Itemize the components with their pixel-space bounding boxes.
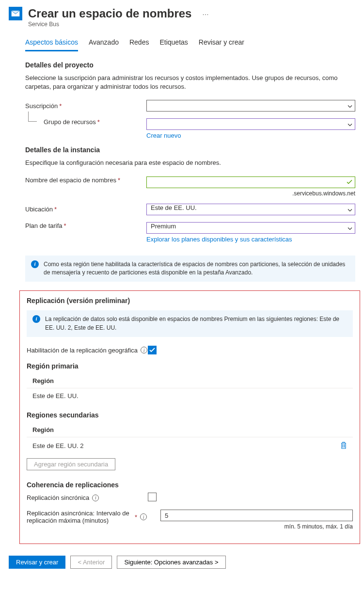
sync-replication-label: Replicación sincrónica i — [27, 494, 148, 501]
partitions-info-box: i Como esta región tiene habilitada la c… — [25, 256, 355, 282]
replication-panel: Replicación (versión preliminar) i La re… — [19, 290, 360, 544]
explore-plans-link[interactable]: Explorar los planes disponibles y sus ca… — [146, 236, 292, 243]
resource-group-label: Grupo de recursos* — [25, 118, 146, 126]
primary-region-title: Región primaria — [27, 362, 353, 370]
secondary-regions-title: Regiones secundarias — [27, 411, 353, 419]
secondary-region-row: Este de EE. UU. 2 — [27, 437, 353, 454]
delete-icon[interactable] — [340, 441, 347, 450]
enable-geo-replication-label: Habilitación de la replicación geográfic… — [27, 347, 148, 354]
project-details-desc: Seleccione la suscripción para administr… — [25, 74, 355, 91]
pricing-label: Plan de tarifa* — [25, 222, 146, 229]
next-button[interactable]: Siguiente: Opciones avanzadas > — [117, 556, 225, 569]
pricing-select[interactable]: Premium — [146, 222, 355, 234]
tab-advanced[interactable]: Avanzado — [89, 38, 119, 51]
info-icon: i — [32, 315, 40, 323]
tab-review[interactable]: Revisar y crear — [199, 38, 244, 51]
secondary-region-value: Este de EE. UU. 2 — [32, 442, 84, 449]
page-title: Crear un espacio de nombres — [28, 7, 191, 20]
tab-networks[interactable]: Redes — [129, 38, 149, 51]
async-replication-label: Replicación asincrónica: Intervalo de re… — [27, 510, 160, 524]
secondary-region-header: Región — [27, 423, 353, 437]
subscription-select[interactable] — [146, 100, 355, 112]
async-interval-input[interactable] — [160, 510, 353, 521]
project-details-title: Detalles del proyecto — [25, 61, 355, 69]
namespace-input[interactable] — [146, 176, 355, 188]
namespace-suffix: .servicebus.windows.net — [146, 190, 355, 197]
namespace-label: Nombre del espacio de nombres* — [25, 176, 146, 184]
resource-group-select[interactable] — [146, 118, 355, 130]
primary-region-row: Este de EE. UU. — [27, 388, 353, 403]
tooltip-icon[interactable]: i — [141, 347, 147, 353]
location-select[interactable]: Este de EE. UU. — [146, 204, 355, 215]
tab-bar: Aspectos básicos Avanzado Redes Etiqueta… — [0, 28, 364, 51]
tab-tags[interactable]: Etiquetas — [159, 38, 188, 51]
async-hint: mín. 5 minutos, máx. 1 día — [160, 523, 353, 530]
replication-info-box: i La replicación de datos solo está disp… — [27, 310, 353, 337]
subscription-label: Suscripción* — [25, 102, 146, 110]
previous-button[interactable]: < Anterior — [70, 556, 112, 569]
partitions-info-text: Como esta región tiene habilitada la car… — [44, 260, 349, 277]
info-icon: i — [31, 260, 39, 268]
enable-geo-replication-checkbox[interactable] — [148, 346, 157, 354]
location-label: Ubicación* — [25, 206, 146, 213]
create-new-link[interactable]: Crear nuevo — [146, 132, 181, 139]
instance-details-title: Detalles de la instancia — [25, 146, 355, 154]
instance-details-desc: Especifique la configuración necesaria p… — [25, 159, 355, 167]
tab-basics[interactable]: Aspectos básicos — [25, 38, 78, 51]
tooltip-icon[interactable]: i — [92, 495, 99, 501]
footer-bar: Revisar y crear < Anterior Siguiente: Op… — [0, 551, 364, 575]
more-button[interactable]: … — [202, 9, 209, 16]
replication-title: Replicación (versión preliminar) — [27, 297, 353, 304]
add-secondary-region-button[interactable]: Agregar región secundaria — [27, 458, 115, 470]
primary-region-header: Región — [27, 374, 353, 388]
tooltip-icon[interactable]: i — [140, 513, 147, 520]
review-create-button[interactable]: Revisar y crear — [9, 556, 65, 569]
consistency-title: Coherencia de replicaciones — [27, 481, 353, 489]
replication-info-text: La replicación de datos solo está dispon… — [45, 315, 347, 332]
page-subtitle: Service Bus — [28, 21, 355, 28]
page-header: Crear un espacio de nombres … Service Bu… — [0, 0, 364, 28]
service-bus-icon — [9, 7, 22, 20]
primary-region-value: Este de EE. UU. — [32, 392, 79, 400]
sync-replication-checkbox[interactable] — [148, 493, 157, 501]
